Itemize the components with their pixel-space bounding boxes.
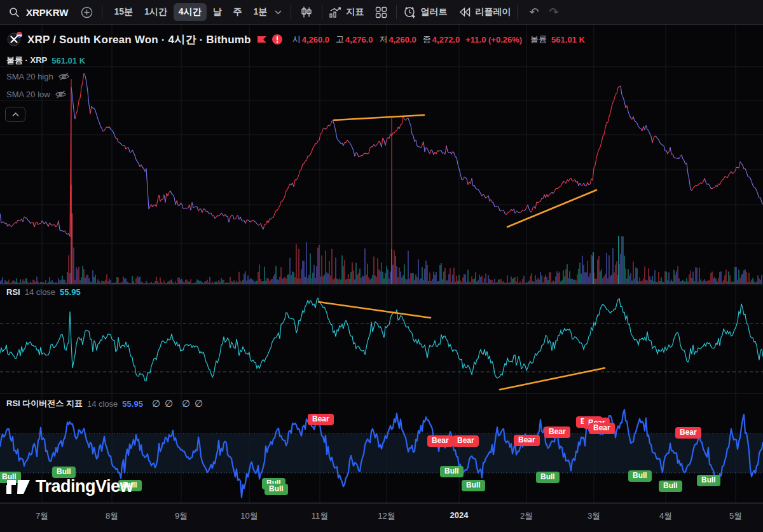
bull-signal-label[interactable]: Bull xyxy=(697,475,720,486)
time-axis-label-4월[interactable]: 4월 xyxy=(650,510,682,522)
price-series xyxy=(0,73,763,236)
interval-button-주[interactable]: 주 xyxy=(228,3,247,21)
sma-low-label: SMA 20 low xyxy=(6,90,50,99)
time-axis-label-12월[interactable]: 12월 xyxy=(371,510,402,522)
toolbar-divider xyxy=(322,5,322,19)
replay-button[interactable]: 리플레이 xyxy=(458,6,511,18)
bull-signal-label[interactable]: Bull xyxy=(440,466,464,477)
bear-signal-label[interactable]: Bear xyxy=(514,435,540,446)
divergence-empty-icons: ∅∅∅∅ xyxy=(148,398,203,409)
bear-signal-label[interactable]: Bear xyxy=(453,435,479,447)
volume-bars xyxy=(0,184,762,284)
eye-off-icon[interactable] xyxy=(58,72,70,81)
symbol-title[interactable]: XRP / South Korean Won · 4시간 · Bithumb xyxy=(27,32,251,47)
alert-label: 얼러트 xyxy=(420,6,447,18)
time-axis-label-2월[interactable]: 2월 xyxy=(511,510,542,522)
time-axis-label-10월[interactable]: 10월 xyxy=(233,510,265,522)
flag-icon[interactable] xyxy=(256,34,267,44)
bull-signal-label[interactable]: Bull xyxy=(265,484,288,495)
ohlc-field: 종4,272.0 xyxy=(423,34,460,45)
rsi-legend[interactable]: RSI 14 close 55.95 xyxy=(6,287,81,297)
chart-canvas[interactable] xyxy=(0,0,763,532)
symbol-info-row: XRP / South Korean Won · 4시간 · Bithumb 시… xyxy=(6,30,585,49)
indicators-button[interactable]: 지표 xyxy=(329,6,364,18)
toolbar-divider xyxy=(291,5,291,19)
time-axis-label-3월[interactable]: 3월 xyxy=(578,510,610,522)
alert-button[interactable]: 얼러트 xyxy=(403,6,447,19)
bull-signal-label[interactable]: Bull xyxy=(628,470,652,482)
volume-label: 볼륨 xyxy=(530,34,547,45)
bear-signal-label[interactable]: Bear xyxy=(589,423,615,434)
sma-high-legend[interactable]: SMA 20 high xyxy=(6,72,70,81)
interval-button-4시간[interactable]: 4시간 xyxy=(174,3,207,21)
xrp-logo-icon[interactable] xyxy=(6,31,23,48)
compare-add-icon[interactable] xyxy=(78,4,95,21)
volume-legend-value: 561.01 K xyxy=(52,56,85,65)
tradingview-watermark-text: TradingView xyxy=(36,477,133,496)
redo-button[interactable]: ↷ xyxy=(549,5,558,19)
volume-study-legend[interactable]: 볼륨 · XRP 561.01 K xyxy=(6,55,85,66)
sma-high-label: SMA 20 high xyxy=(6,72,53,81)
tradingview-watermark: TradingView xyxy=(6,477,133,496)
rewind-icon xyxy=(458,7,471,17)
interval-buttons: 15분1시간4시간날주1분 xyxy=(109,3,272,21)
replay-label: 리플레이 xyxy=(475,6,511,18)
top-toolbar: XRPKRW 15분1시간4시간날주1분 지표 얼러트 리플레이 ↶ ↷ xyxy=(0,0,763,25)
search-icon[interactable] xyxy=(6,4,22,20)
sma-low-legend[interactable]: SMA 20 low xyxy=(6,90,67,99)
ohlc-field: 시4,260.0 xyxy=(292,34,329,45)
bear-signal-label[interactable]: Bear xyxy=(544,426,570,438)
chevron-down-icon[interactable] xyxy=(272,8,284,17)
layout-grid-icon[interactable] xyxy=(373,4,390,21)
divergence-disabled-icon[interactable]: ∅ xyxy=(165,398,173,409)
time-axis-label-8월[interactable]: 8월 xyxy=(96,510,128,522)
time-axis-label-7월[interactable]: 7월 xyxy=(26,510,58,522)
time-axis[interactable]: 7월8월9월10월11월12월20242월3월4월5월 xyxy=(0,503,763,532)
divergence-disabled-icon[interactable]: ∅ xyxy=(182,398,190,409)
rsi-value: 55.95 xyxy=(60,287,81,297)
time-axis-label-11월[interactable]: 11월 xyxy=(304,510,336,522)
data-problem-icon[interactable] xyxy=(272,34,283,45)
bear-signal-label[interactable]: Bear xyxy=(675,427,701,439)
divergence-value: 55.95 xyxy=(122,399,143,409)
ohlc-field: 고4,276.0 xyxy=(336,34,373,45)
divergence-disabled-icon[interactable]: ∅ xyxy=(195,398,203,409)
rsi-params: 14 close xyxy=(25,287,55,297)
bear-signal-label[interactable]: Bear xyxy=(427,435,453,447)
interval-button-1시간[interactable]: 1시간 xyxy=(139,3,172,21)
time-axis-label-9월[interactable]: 9월 xyxy=(165,510,197,522)
undo-button[interactable]: ↶ xyxy=(529,5,539,19)
rsi-divergence-legend[interactable]: RSI 다이버전스 지표 14 close 55.95 ∅∅∅∅ xyxy=(6,398,203,409)
alarm-clock-plus-icon xyxy=(403,6,416,19)
indicator-chart-icon xyxy=(329,6,342,18)
time-axis-label-2024[interactable]: 2024 xyxy=(443,510,475,520)
ohlc-values: 시4,260.0고4,276.0저4,260.0종4,272.0 xyxy=(292,34,460,45)
ohlc-field: 저4,260.0 xyxy=(379,34,416,45)
interval-button-1분[interactable]: 1분 xyxy=(249,3,273,21)
rsi-title: RSI xyxy=(6,287,20,297)
divergence-disabled-icon[interactable]: ∅ xyxy=(152,398,160,409)
toolbar-divider xyxy=(396,5,397,19)
divergence-title: RSI 다이버전스 지표 xyxy=(6,398,83,409)
trendlines[interactable] xyxy=(319,115,605,390)
toolbar-divider xyxy=(517,5,518,19)
divergence-params: 14 close xyxy=(87,399,118,409)
time-axis-label-5월[interactable]: 5월 xyxy=(720,510,752,522)
toolbar-divider xyxy=(102,5,102,19)
bear-signal-label[interactable]: Bear xyxy=(308,414,334,425)
indicators-label: 지표 xyxy=(346,6,364,18)
interval-button-15분[interactable]: 15분 xyxy=(109,3,138,21)
long-wicks xyxy=(71,79,392,280)
tradingview-logo-icon xyxy=(6,477,31,496)
volume-legend-title: 볼륨 · XRP xyxy=(6,55,47,66)
symbol-search-button[interactable]: XRPKRW xyxy=(26,7,68,18)
interval-button-날[interactable]: 날 xyxy=(208,3,227,21)
price-change: +11.0 (+0.26%) xyxy=(465,35,522,44)
bull-signal-label[interactable]: Bull xyxy=(659,481,682,492)
collapse-legend-button[interactable] xyxy=(5,107,25,122)
bull-signal-label[interactable]: Bull xyxy=(536,472,560,483)
chevron-up-icon xyxy=(12,113,19,117)
bull-signal-label[interactable]: Bull xyxy=(462,480,485,491)
eye-off-icon[interactable] xyxy=(55,90,67,99)
candlestick-style-icon[interactable] xyxy=(298,3,315,21)
